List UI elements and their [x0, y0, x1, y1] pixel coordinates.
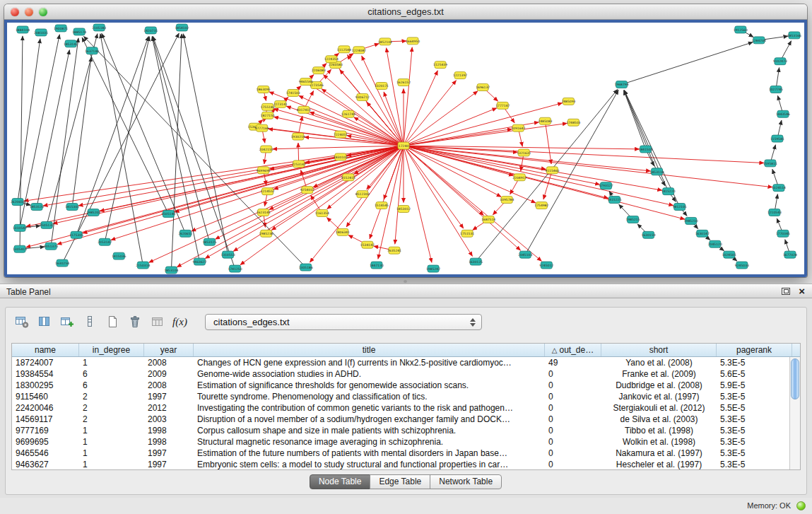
graph-edge[interactable] — [404, 103, 563, 146]
graph-node[interactable]: 1125439 — [433, 62, 447, 69]
graph-node[interactable]: 1224354 — [324, 56, 339, 63]
table-row[interactable]: 1872400712008Changes of HCN gene express… — [12, 357, 800, 368]
graph-node[interactable]: 1853125 — [202, 238, 216, 245]
column-header-out_de[interactable]: △out_de… — [545, 344, 601, 356]
graph-node[interactable]: 1595811 — [763, 160, 777, 167]
graph-node[interactable]: 9245012 — [539, 262, 553, 269]
graph-node[interactable]: 1447130 — [370, 262, 384, 269]
graph-node[interactable]: 9152415 — [341, 174, 355, 181]
graph-node[interactable]: 9812105 — [673, 204, 687, 211]
table-row[interactable]: 911546021997Tourette syndrome. Phenomeno… — [12, 391, 800, 402]
graph-node[interactable]: 1853166 — [787, 32, 801, 39]
graph-node[interactable]: 9254012 — [300, 187, 314, 194]
graph-node[interactable]: 1310542 — [13, 224, 27, 231]
graph-edge[interactable] — [404, 146, 772, 187]
panel-splitter[interactable] — [0, 278, 812, 284]
table-row[interactable]: 977716911998Corpus callosum shape and si… — [12, 425, 800, 436]
graph-node[interactable]: 1630254 — [55, 259, 69, 267]
graph-node[interactable]: 1853120 — [30, 204, 44, 211]
graph-node[interactable]: 1630125 — [469, 258, 483, 265]
graph-edge[interactable] — [175, 146, 404, 212]
graph-node[interactable]: 1852104 — [378, 38, 392, 45]
graph-node[interactable]: 1626152 — [396, 79, 411, 86]
table-row[interactable]: 1456911722003Disruption of a novel membe… — [12, 414, 800, 425]
graph-node[interactable]: 9102473 — [773, 58, 787, 65]
graph-edge[interactable] — [622, 42, 753, 85]
table-scrollbar[interactable] — [789, 357, 800, 469]
graph-edge[interactable] — [51, 38, 78, 246]
graph-node[interactable]: 1024514 — [772, 185, 786, 192]
graph-node[interactable]: 1777147 — [495, 102, 510, 109]
graph-edge[interactable] — [545, 121, 551, 164]
column-header-pagerank[interactable]: pagerank — [717, 344, 792, 356]
graph-node[interactable]: 9115460 — [545, 167, 559, 174]
graph-node[interactable]: 1261743 — [341, 110, 355, 117]
graph-node[interactable]: 1443546 — [776, 110, 790, 117]
graph-edge[interactable] — [387, 48, 404, 146]
graph-edge[interactable] — [624, 90, 657, 172]
graph-node[interactable]: 1853110 — [650, 168, 664, 175]
graph-node[interactable]: 1968794 — [615, 81, 629, 88]
table-row[interactable]: 2242004622012Investigating the contribut… — [12, 402, 800, 414]
graph-edge[interactable] — [83, 146, 404, 233]
graph-node[interactable]: 1696137 — [476, 84, 490, 91]
graph-node[interactable]: 1664950 — [406, 37, 420, 45]
graph-edge[interactable] — [395, 146, 404, 244]
show-columns-button[interactable] — [35, 313, 53, 331]
graph-node[interactable]: 1770345 — [776, 230, 790, 237]
graph-node[interactable]: 6793127 — [599, 182, 613, 189]
graph-edge[interactable] — [404, 146, 541, 261]
graph-node[interactable]: 1175305 — [69, 231, 83, 238]
graph-edge[interactable] — [404, 108, 497, 146]
graph-edge[interactable] — [624, 90, 669, 192]
graph-node[interactable]: 1415036 — [112, 252, 126, 259]
graph-node[interactable]: 9051373 — [44, 243, 58, 250]
graph-node[interactable]: 1830102 — [334, 153, 348, 160]
import-table-button[interactable] — [148, 313, 166, 331]
graph-node[interactable]: 1305186 — [299, 264, 313, 271]
graph-node[interactable]: 1095784 — [500, 197, 514, 204]
graph-node[interactable]: 1687514 — [481, 216, 495, 223]
graph-node[interactable]: 1112548 — [337, 46, 351, 53]
graph-node[interactable]: 2045103 — [518, 251, 532, 258]
graph-node[interactable]: 1415225 — [607, 197, 621, 204]
graph-node[interactable]: 1853147 — [64, 40, 78, 47]
graph-node[interactable]: 1748503 — [566, 119, 580, 126]
graph-node[interactable]: 1161354 — [315, 210, 329, 217]
graph-node[interactable]: 1224087 — [352, 47, 366, 54]
graph-node[interactable]: 8512303 — [355, 191, 370, 198]
graph-node[interactable]: 1027745 — [769, 86, 783, 93]
tab-network-table[interactable]: Network Table — [430, 474, 502, 489]
table-row[interactable]: 1830029562008Estimation of significance … — [12, 380, 800, 391]
graph-node[interactable]: 1310553 — [221, 251, 235, 258]
graph-node[interactable]: 2150314 — [136, 262, 150, 269]
graph-node[interactable]: 1321631 — [517, 149, 531, 156]
close-window-button[interactable] — [11, 8, 19, 16]
graph-node[interactable]: 1854102 — [175, 24, 189, 31]
graph-node[interactable]: 1751531 — [460, 230, 474, 237]
graph-node[interactable]: 8317410 — [297, 106, 311, 113]
tab-node-table[interactable]: Node Table — [310, 474, 371, 489]
graph-node[interactable]: 1985215 — [626, 216, 640, 223]
graph-node[interactable]: 1320171 — [375, 83, 389, 90]
function-builder-button[interactable]: f(x) — [171, 313, 189, 331]
graph-node[interactable]: 1630147 — [695, 230, 710, 237]
graph-node[interactable]: 17240 — [398, 142, 409, 149]
column-header-title[interactable]: title — [194, 344, 545, 356]
table-selector-combo[interactable]: citations_edges.txt — [205, 314, 482, 330]
network-nodes[interactable]: 1724018530121514545851230391524151830102… — [11, 24, 801, 274]
table-row[interactable]: 969969511998Structural magnetic resonanc… — [12, 436, 800, 448]
graph-node[interactable]: 2081031 — [34, 29, 48, 36]
graph-node[interactable]: 1534147 — [360, 241, 375, 248]
delete-columns-button[interactable] — [81, 313, 98, 331]
graph-node[interactable]: 1637140 — [85, 47, 99, 54]
graph-node[interactable]: 1741250 — [228, 265, 242, 272]
graph-node[interactable]: 1900871 — [54, 25, 68, 32]
graph-edge[interactable] — [404, 146, 472, 256]
graph-node[interactable]: 1853012 — [396, 206, 411, 213]
graph-node[interactable]: 7635241 — [387, 247, 401, 254]
graph-node[interactable]: 2105183 — [92, 24, 106, 31]
table-row[interactable]: 946362711997Embryonic stem cells: a mode… — [12, 459, 800, 470]
graph-node[interactable]: 9306712 — [355, 93, 370, 100]
graph-edge[interactable] — [404, 146, 464, 228]
